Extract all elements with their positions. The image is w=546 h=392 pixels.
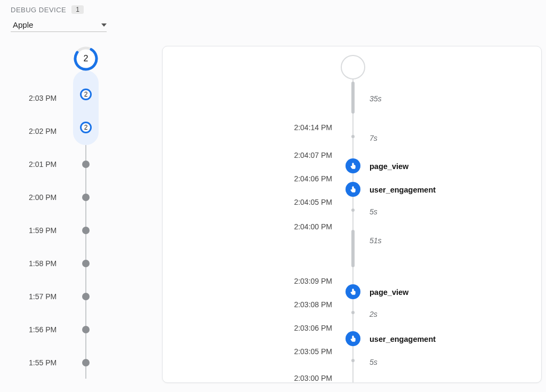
debug-header-title: DEBUG DEVICE [11, 6, 66, 14]
gap-duration: 2s [370, 310, 378, 318]
minute-node [82, 227, 90, 234]
current-minute-count: 2 [73, 46, 99, 71]
minute-label: 1:59 PM [11, 226, 69, 235]
seconds-label: 2:04:00 PM [294, 222, 332, 231]
minute-label: 2:00 PM [11, 193, 69, 202]
minute-row[interactable]: 2:01 PM [11, 159, 149, 170]
event-name: page_view [370, 288, 408, 297]
gap-duration: 7s [370, 134, 378, 142]
seconds-label: 2:03:06 PM [294, 324, 332, 332]
left-panel: DEBUG DEVICE 1 Apple 2 2:03 PM 2 2:02 PM [0, 0, 160, 392]
minute-row[interactable]: 1:55 PM [11, 357, 149, 368]
gap-duration: 5s [370, 358, 378, 366]
minute-label: 2:03 PM [11, 94, 69, 102]
device-select-value: Apple [13, 20, 33, 29]
debug-header: DEBUG DEVICE 1 [11, 5, 149, 14]
minute-label: 1:57 PM [11, 292, 69, 301]
minute-node-count: 2 [84, 124, 88, 131]
seconds-label: 2:03:00 PM [294, 374, 332, 382]
device-select[interactable]: Apple [11, 17, 107, 32]
minute-label: 2:02 PM [11, 127, 69, 135]
minute-node [82, 293, 90, 300]
minute-node [82, 326, 90, 333]
minute-row[interactable]: 1:58 PM [11, 258, 149, 269]
minute-label: 1:55 PM [11, 358, 69, 367]
seconds-label: 2:03:05 PM [294, 347, 332, 356]
minutes-timeline: 2 2:03 PM 2 2:02 PM 2 2:01 PM 2:00 PM 1:… [11, 47, 149, 388]
event-name: page_view [370, 162, 408, 171]
minute-node-selected[interactable]: 2 [80, 89, 92, 100]
caret-down-icon [101, 23, 107, 27]
minute-row[interactable]: 1:59 PM [11, 225, 149, 236]
gap-duration: 5s [370, 207, 378, 216]
minute-row[interactable]: 1:56 PM [11, 324, 149, 335]
seconds-label: 2:03:09 PM [294, 277, 332, 285]
minute-node-count: 2 [84, 91, 88, 98]
event-name: user_engagement [370, 186, 436, 194]
gap-duration: 35s [370, 94, 382, 103]
minute-node [82, 161, 90, 168]
event-name: user_engagement [370, 335, 436, 343]
minute-row[interactable]: 1:57 PM [11, 291, 149, 302]
minute-label: 1:56 PM [11, 325, 69, 334]
minute-label: 2:01 PM [11, 160, 69, 169]
minute-node [82, 359, 90, 366]
minute-node-selected[interactable]: 2 [80, 122, 92, 133]
gap-duration: 51s [370, 236, 382, 245]
minute-node [82, 260, 90, 267]
minute-label: 1:58 PM [11, 259, 69, 268]
current-minute-ring[interactable]: 2 [73, 46, 99, 71]
seconds-label: 2:04:14 PM [294, 123, 332, 132]
seconds-label: 2:04:07 PM [294, 151, 332, 159]
minute-node [82, 194, 90, 201]
seconds-label: 2:04:06 PM [294, 174, 332, 183]
seconds-top-circle [341, 55, 365, 79]
device-count-badge: 1 [71, 5, 84, 14]
seconds-detail-card: 35s 2:04:14 PM 7s 2:04:07 PM page_view 2… [162, 46, 542, 383]
minute-row[interactable]: 2:00 PM [11, 192, 149, 203]
